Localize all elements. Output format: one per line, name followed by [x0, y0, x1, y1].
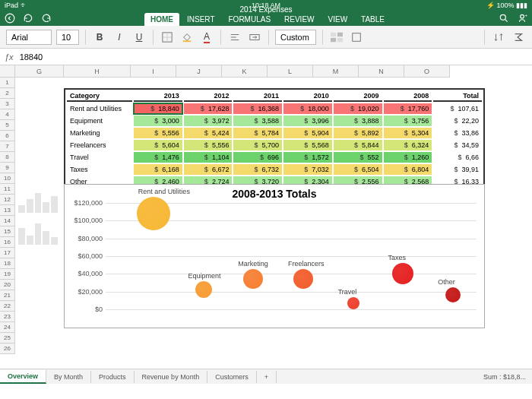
chart-bubble[interactable] — [392, 263, 413, 284]
value-cell[interactable]: $ 3,756 — [384, 116, 432, 126]
totals-chart[interactable]: 2008-2013 Totals $0$20,000$40,000$60,000… — [64, 184, 485, 328]
chart-bubble[interactable] — [347, 297, 359, 309]
col-header[interactable]: K — [222, 65, 268, 78]
value-cell[interactable]: $ 1,260 — [384, 152, 432, 163]
ribbon-tab-review[interactable]: REVIEW — [278, 13, 320, 26]
total-cell[interactable]: $ 39,91 — [433, 164, 482, 175]
value-cell[interactable]: $ 5,424 — [184, 128, 233, 138]
table-row[interactable]: Taxes$ 6,168$ 6,672$ 6,732$ 7,032$ 6,504… — [67, 164, 482, 175]
value-cell[interactable]: $ 6,504 — [334, 164, 382, 175]
ribbon-tab-view[interactable]: VIEW — [322, 13, 354, 26]
total-cell[interactable]: $ 107,61 — [433, 103, 482, 114]
value-cell[interactable]: $ 6,672 — [184, 164, 233, 175]
value-cell[interactable]: $ 6,324 — [384, 140, 432, 150]
ribbon-tab-table[interactable]: TABLE — [355, 13, 391, 26]
ribbon-tab-home[interactable]: HOME — [144, 13, 179, 26]
value-cell[interactable]: $ 18,840 — [134, 103, 182, 114]
sort-filter-icon[interactable] — [491, 30, 506, 45]
value-cell[interactable]: $ 5,604 — [134, 140, 182, 150]
col-header[interactable]: I — [131, 65, 176, 78]
row-header[interactable]: 17 — [0, 248, 15, 258]
row-header[interactable]: 2 — [0, 88, 15, 99]
col-header[interactable]: O — [404, 65, 450, 78]
col-header[interactable]: H — [64, 65, 131, 78]
value-cell[interactable]: $ 552 — [334, 152, 382, 163]
number-format-select[interactable]: Custom — [275, 30, 316, 45]
row-header[interactable]: 8 — [0, 152, 15, 163]
row-header[interactable]: 19 — [0, 269, 15, 280]
total-cell[interactable]: $ 6,66 — [433, 152, 482, 163]
sheet-tab-by-month[interactable]: By Month — [46, 371, 91, 383]
value-cell[interactable]: $ 5,892 — [334, 128, 382, 138]
value-cell[interactable]: $ 6,168 — [134, 164, 182, 175]
row-header[interactable]: 3 — [0, 99, 15, 109]
underline-button[interactable]: U — [131, 30, 147, 45]
col-header[interactable]: J — [176, 65, 222, 78]
font-name-select[interactable]: Arial — [6, 30, 52, 45]
insert-delete-icon[interactable] — [349, 30, 364, 45]
value-cell[interactable]: $ 17,628 — [184, 103, 233, 114]
back-icon[interactable] — [3, 11, 17, 25]
font-color-icon[interactable]: A — [199, 30, 214, 45]
value-cell[interactable]: $ 5,844 — [334, 140, 382, 150]
sheet-tab-revenue-by-month[interactable]: Revenue by Month — [135, 371, 208, 383]
value-cell[interactable]: $ 17,760 — [384, 103, 432, 114]
row-header[interactable]: 5 — [0, 120, 15, 131]
value-cell[interactable]: $ 1,104 — [184, 152, 233, 163]
value-cell[interactable]: $ 6,804 — [384, 164, 432, 175]
align-icon[interactable] — [227, 30, 242, 45]
italic-button[interactable]: I — [112, 30, 127, 45]
row-header[interactable]: 25 — [0, 333, 15, 344]
add-sheet-button[interactable]: + — [257, 371, 277, 383]
row-header[interactable]: 14 — [0, 216, 15, 226]
ribbon-tab-insert[interactable]: INSERT — [181, 13, 221, 26]
col-header[interactable]: N — [359, 65, 404, 78]
value-cell[interactable]: $ 3,996 — [283, 116, 332, 126]
chart-bubble[interactable] — [195, 281, 212, 298]
autosum-icon[interactable] — [511, 30, 526, 45]
col-header[interactable] — [0, 65, 15, 78]
value-cell[interactable]: $ 5,304 — [384, 128, 432, 138]
font-size-select[interactable]: 10 — [56, 30, 79, 45]
chart-bubble[interactable] — [137, 197, 170, 230]
category-cell[interactable]: Taxes — [67, 164, 132, 175]
row-header[interactable]: 7 — [0, 141, 15, 152]
category-cell[interactable]: Freelancers — [67, 140, 132, 150]
value-cell[interactable]: $ 19,020 — [334, 103, 382, 114]
value-cell[interactable]: $ 3,000 — [134, 116, 182, 126]
sheet-tab-customers[interactable]: Customers — [207, 371, 257, 383]
total-cell[interactable]: $ 22,20 — [433, 116, 482, 126]
row-header[interactable]: 9 — [0, 163, 15, 173]
share-icon[interactable]: + — [515, 11, 529, 25]
chart-bubble[interactable] — [243, 269, 263, 289]
value-cell[interactable]: $ 5,568 — [283, 140, 332, 150]
row-header[interactable]: 24 — [0, 322, 15, 333]
row-header[interactable]: 12 — [0, 195, 15, 205]
fill-color-icon[interactable] — [179, 30, 195, 45]
sheet-tab-overview[interactable]: Overview — [0, 370, 46, 384]
row-header[interactable]: 26 — [0, 344, 15, 354]
cell-styles-icon[interactable] — [329, 30, 344, 45]
table-row[interactable]: Freelancers$ 5,604$ 5,556$ 5,700$ 5,568$… — [67, 140, 482, 150]
value-cell[interactable]: $ 1,476 — [134, 152, 182, 163]
value-cell[interactable]: $ 5,784 — [233, 128, 282, 138]
row-header[interactable]: 16 — [0, 237, 15, 248]
value-cell[interactable]: $ 18,000 — [283, 103, 332, 114]
value-cell[interactable]: $ 6,732 — [233, 164, 282, 175]
category-cell[interactable]: Rent and Utilities — [67, 103, 132, 114]
value-cell[interactable]: $ 5,700 — [233, 140, 282, 150]
value-cell[interactable]: $ 5,556 — [184, 140, 233, 150]
table-row[interactable]: Marketing$ 5,556$ 5,424$ 5,784$ 5,904$ 5… — [67, 128, 482, 138]
col-header[interactable]: L — [268, 65, 313, 78]
value-cell[interactable]: $ 16,368 — [233, 103, 282, 114]
search-icon[interactable] — [497, 11, 511, 25]
row-header[interactable]: 23 — [0, 312, 15, 322]
merge-icon[interactable] — [247, 30, 262, 45]
row-header[interactable]: 6 — [0, 131, 15, 141]
col-header[interactable]: G — [15, 65, 64, 78]
category-cell[interactable]: Marketing — [67, 128, 132, 138]
table-row[interactable]: Travel$ 1,476$ 1,104$ 696$ 1,572$ 552$ 1… — [67, 152, 482, 163]
bold-button[interactable]: B — [92, 30, 107, 45]
undo-icon[interactable] — [40, 11, 53, 25]
spreadsheet-grid[interactable]: GHIJKLMNO 123456789101112131415161718192… — [0, 65, 532, 384]
